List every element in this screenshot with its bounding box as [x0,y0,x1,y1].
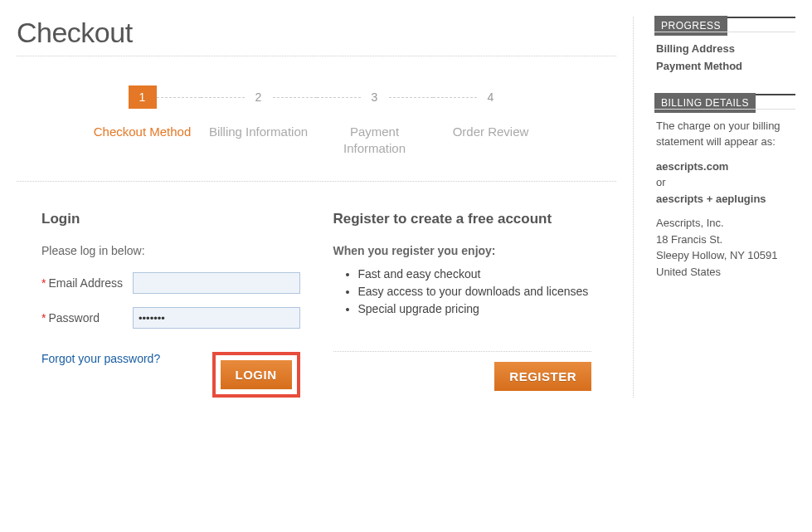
step-number: 3 [361,85,389,109]
login-button[interactable]: LOGIN [221,360,292,389]
register-subheading: When you register you enjoy: [333,244,592,257]
step-label: Billing Information [209,124,309,140]
password-label: *Password [41,311,133,325]
sidebar: PROGRESS Billing Address Payment Method … [642,17,795,398]
benefit-item: Special upgrade pricing [358,300,592,318]
progress-block: PROGRESS Billing Address Payment Method [654,17,795,76]
step-payment-information[interactable]: 3 Payment Information [317,85,433,156]
billing-intro: The charge on your billing statement wil… [656,118,795,150]
step-label: Payment Information [325,124,425,156]
password-field[interactable] [133,307,300,329]
divider [333,351,592,352]
forgot-password-link[interactable]: Forgot your password? [41,352,160,365]
register-heading: Register to create a free account [333,211,592,227]
step-order-review[interactable]: 4 Order Review [433,85,549,156]
login-button-highlight: LOGIN [212,352,300,398]
email-label: *Email Address [41,276,133,290]
login-panel: Login Please log in below: *Email Addres… [41,211,300,398]
step-number: 1 [129,85,157,109]
step-number: 2 [245,85,273,109]
step-billing-information[interactable]: 2 Billing Information [201,85,317,156]
page-title: Checkout [17,17,616,49]
register-benefits: Fast and easy checkout Easy access to yo… [333,266,592,318]
step-checkout-method[interactable]: 1 Checkout Method [85,85,201,156]
main-column: Checkout 1 Checkout Method 2 Billing Inf… [17,17,634,398]
register-button[interactable]: REGISTER [494,362,591,391]
login-instruction: Please log in below: [41,244,300,257]
billing-merchant: aescripts.com or aescripts + aeplugins [656,159,795,207]
login-heading: Login [41,211,300,227]
billing-details-block: BILLING DETAILS The charge on your billi… [654,94,795,289]
register-panel: Register to create a free account When y… [333,211,592,398]
email-field[interactable] [133,272,300,294]
progress-link-billing-address[interactable]: Billing Address [656,41,795,58]
progress-link-payment-method[interactable]: Payment Method [656,58,795,76]
benefit-item: Easy access to your downloads and licens… [358,283,592,300]
step-label: Checkout Method [93,124,192,140]
step-label: Order Review [441,124,541,140]
benefit-item: Fast and easy checkout [358,266,592,283]
checkout-steps: 1 Checkout Method 2 Billing Information … [17,56,616,181]
step-number: 4 [477,85,505,109]
billing-address: Aescripts, Inc. 18 Francis St. Sleepy Ho… [656,215,795,280]
